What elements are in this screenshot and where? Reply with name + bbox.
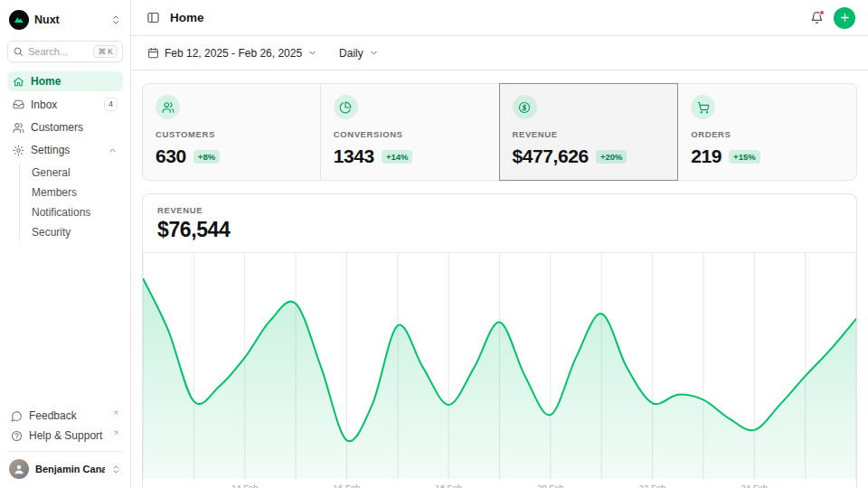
message-circle-icon bbox=[11, 410, 23, 422]
x-axis-tick: 22 Feb bbox=[639, 483, 666, 488]
page-header: Home bbox=[131, 0, 868, 36]
area-chart-svg[interactable] bbox=[143, 253, 856, 479]
filters-toolbar: Feb 12, 2025 - Feb 26, 2025 Daily bbox=[131, 36, 868, 70]
stat-label: CONVERSIONS bbox=[334, 129, 486, 139]
stats-row: CUSTOMERS 630 +8% CONVERSIONS 1343 +14% bbox=[142, 83, 857, 181]
sidebar-toggle-button[interactable] bbox=[144, 8, 163, 27]
notification-dot bbox=[819, 10, 825, 15]
notifications-button[interactable] bbox=[807, 8, 826, 27]
stat-label: REVENUE bbox=[513, 129, 665, 139]
dashboard-content: CUSTOMERS 630 +8% CONVERSIONS 1343 +14% bbox=[131, 70, 868, 488]
nav-label: Customers bbox=[31, 121, 118, 134]
search-icon bbox=[13, 46, 24, 57]
search-placeholder: Search... bbox=[28, 46, 89, 57]
stat-value: 219 bbox=[691, 145, 722, 167]
chevron-down-icon bbox=[369, 48, 379, 58]
arrow-up-right-icon bbox=[112, 409, 119, 417]
nuxt-logo-icon bbox=[9, 10, 29, 30]
nav-label: Settings bbox=[31, 144, 101, 156]
revenue-chart-card: REVENUE $76,544 14 Feb16 Feb18 Feb20 Feb… bbox=[142, 193, 857, 488]
user-name: Benjamin Canac bbox=[35, 464, 105, 474]
chart-value: $76,544 bbox=[157, 218, 842, 242]
x-axis-labels: 14 Feb16 Feb18 Feb20 Feb22 Feb24 Feb bbox=[143, 479, 856, 488]
stat-delta-badge: +15% bbox=[729, 150, 760, 164]
chevrons-up-down-icon bbox=[110, 14, 121, 25]
period-select[interactable]: Daily bbox=[335, 43, 382, 63]
settings-children: General Members Notifications Security bbox=[19, 164, 123, 241]
circle-dollar-icon bbox=[513, 95, 537, 119]
page-title: Home bbox=[170, 11, 800, 24]
date-range-label: Feb 12, 2025 - Feb 26, 2025 bbox=[165, 47, 302, 60]
panel-left-icon bbox=[146, 11, 160, 24]
users-icon bbox=[13, 122, 24, 134]
stat-value: 1343 bbox=[334, 145, 374, 167]
stat-card-customers[interactable]: CUSTOMERS 630 +8% bbox=[142, 83, 321, 181]
stat-card-revenue[interactable]: REVENUE $477,626 +20% bbox=[499, 83, 679, 181]
x-axis-tick: 16 Feb bbox=[334, 483, 361, 488]
period-label: Daily bbox=[339, 47, 363, 60]
sidebar-item-inbox[interactable]: Inbox 4 bbox=[7, 94, 123, 115]
add-button[interactable] bbox=[834, 7, 855, 29]
stat-delta-badge: +14% bbox=[382, 150, 413, 164]
stat-card-conversions[interactable]: CONVERSIONS 1343 +14% bbox=[320, 83, 500, 181]
shopping-cart-icon bbox=[691, 95, 715, 119]
x-axis-tick: 20 Feb bbox=[537, 483, 564, 488]
inbox-count-badge: 4 bbox=[104, 98, 118, 111]
sidebar-spacer bbox=[7, 242, 123, 406]
stat-label: ORDERS bbox=[691, 129, 844, 139]
x-axis-tick: 18 Feb bbox=[435, 483, 462, 488]
gear-icon bbox=[13, 145, 24, 156]
search-kbd-shortcut: ⌘ K bbox=[93, 45, 118, 58]
chart-header: REVENUE $76,544 bbox=[143, 194, 856, 253]
nav-label: Feedback bbox=[29, 409, 108, 422]
search-input[interactable]: Search... ⌘ K bbox=[7, 41, 123, 62]
calendar-icon bbox=[147, 47, 159, 59]
chart-label: REVENUE bbox=[157, 205, 842, 215]
home-icon bbox=[13, 76, 24, 88]
nav-label: Home bbox=[31, 75, 118, 88]
revenue-chart[interactable] bbox=[143, 253, 856, 479]
sidebar-item-security[interactable]: Security bbox=[28, 223, 123, 241]
circle-help-icon bbox=[11, 430, 23, 442]
inbox-icon bbox=[13, 99, 24, 110]
stat-value: 630 bbox=[156, 145, 186, 167]
users-icon bbox=[156, 95, 180, 119]
nav-label: Inbox bbox=[31, 99, 98, 111]
date-range-picker[interactable]: Feb 12, 2025 - Feb 26, 2025 bbox=[144, 43, 321, 63]
sidebar-item-notifications[interactable]: Notifications bbox=[28, 203, 123, 221]
user-menu[interactable]: Benjamin Canac bbox=[7, 451, 123, 481]
stat-delta-badge: +20% bbox=[596, 150, 627, 164]
sidebar-item-feedback[interactable]: Feedback bbox=[7, 406, 123, 426]
sidebar-nav: Home Inbox 4 Customers Settings bbox=[7, 71, 123, 242]
sidebar-item-home[interactable]: Home bbox=[7, 71, 123, 91]
plus-icon bbox=[839, 12, 851, 23]
avatar bbox=[9, 459, 29, 479]
x-axis-tick: 14 Feb bbox=[231, 483, 259, 488]
sidebar-item-members[interactable]: Members bbox=[28, 183, 123, 202]
stat-card-orders[interactable]: ORDERS 219 +15% bbox=[677, 83, 857, 181]
arrow-up-right-icon bbox=[112, 429, 119, 436]
app-root: Nuxt Search... ⌘ K Home bbox=[0, 0, 868, 488]
stat-delta-badge: +8% bbox=[193, 150, 220, 164]
sidebar-item-general[interactable]: General bbox=[28, 164, 123, 182]
sidebar: Nuxt Search... ⌘ K Home bbox=[0, 0, 131, 488]
chevron-down-icon bbox=[307, 48, 317, 58]
nav-label: Help & Support bbox=[29, 429, 108, 442]
sidebar-item-help-support[interactable]: Help & Support bbox=[7, 426, 123, 446]
stat-value: $477,626 bbox=[513, 145, 589, 167]
chevrons-up-down-icon bbox=[111, 465, 121, 474]
main-area: Home Feb 12, 2025 - Feb 26, 2025 bbox=[131, 0, 868, 488]
stat-label: CUSTOMERS bbox=[156, 129, 307, 139]
sidebar-item-settings[interactable]: Settings bbox=[7, 140, 123, 160]
x-axis-tick: 24 Feb bbox=[741, 483, 768, 488]
workspace-switcher[interactable]: Nuxt bbox=[7, 7, 123, 33]
sidebar-item-customers[interactable]: Customers bbox=[7, 117, 123, 137]
chevron-up-icon bbox=[108, 145, 118, 155]
workspace-name: Nuxt bbox=[34, 14, 105, 26]
chart-pie-icon bbox=[334, 95, 358, 119]
